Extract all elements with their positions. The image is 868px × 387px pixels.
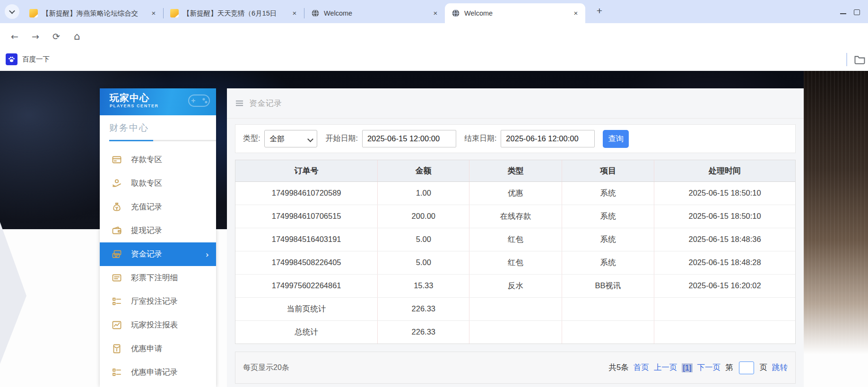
start-date-label: 开始日期: — [325, 134, 357, 144]
globe-favicon — [311, 9, 320, 17]
table-cell — [469, 297, 562, 320]
jump-prefix-label: 第 — [725, 362, 733, 373]
forum-favicon — [29, 9, 38, 17]
table-row: 174997560226486115.33反水BB视讯2025-06-15 16… — [235, 274, 795, 297]
table-row: 17499845164031915.00红包系统2025-06-15 18:48… — [235, 228, 795, 251]
background-triangle-shape — [0, 222, 26, 364]
table-cell: 1.00 — [378, 181, 469, 205]
type-select[interactable]: 全部 — [264, 130, 317, 147]
maximize-button[interactable] — [854, 8, 868, 16]
browser-tab-1[interactable]: 【新提醒】海燕策略论坛综合交× — [23, 3, 163, 23]
table-cell: 15.33 — [378, 274, 469, 297]
table-cell: 系统 — [562, 205, 654, 228]
wallet-icon — [112, 225, 122, 236]
table-cell: 红包 — [469, 251, 562, 274]
table-cell: 1749984508226405 — [235, 251, 378, 274]
hall-list-icon — [112, 367, 122, 378]
total-count-text: 共5条 — [608, 362, 628, 373]
current-page-indicator: [1] — [682, 363, 692, 372]
home-button[interactable]: ⌂ — [70, 29, 84, 43]
type-label: 类型: — [243, 134, 260, 144]
table-cell: 2025-06-15 18:48:36 — [654, 228, 795, 251]
page-title: 资金记录 — [249, 98, 282, 109]
tab-title: 【新提醒】海燕策略论坛综合交 — [42, 9, 145, 18]
sidebar-item-10[interactable]: 优惠申请记录 — [100, 361, 216, 384]
start-date-input[interactable] — [362, 130, 456, 147]
type-select-wrap: 全部 — [264, 130, 317, 147]
content-header: 资金记录 — [227, 88, 804, 119]
sidebar-item-label: 玩家投注报表 — [131, 320, 178, 330]
browser-tab-4[interactable]: Welcome× — [445, 3, 585, 23]
jump-page-input[interactable] — [739, 361, 754, 374]
sidebar-item-label: 厅室投注记录 — [131, 296, 178, 307]
table-cell: BB视讯 — [562, 274, 654, 297]
sidebar-item-5[interactable]: 资金记录› — [100, 242, 216, 266]
globe-favicon — [451, 9, 460, 17]
tabs-container: 【新提醒】海燕策略论坛综合交×【新提醒】天天竞猜（6月15日×Welcome×W… — [23, 3, 585, 23]
table-cell: 当前页统计 — [235, 297, 378, 320]
sidebar-item-8[interactable]: 玩家投注报表 — [100, 313, 216, 337]
table-cell — [654, 297, 795, 320]
next-page-link[interactable]: 下一页 — [697, 362, 721, 373]
table-cell: 1749984610720589 — [235, 181, 378, 205]
forward-button[interactable]: → — [28, 29, 43, 43]
table-row: 1749984610706515200.00在线存款系统2025-06-15 1… — [235, 205, 795, 228]
table-cell: 红包 — [469, 228, 562, 251]
withdraw-hand-icon — [112, 178, 122, 189]
table-header-cell: 金额 — [378, 160, 469, 181]
table-cell — [562, 297, 654, 320]
table-cell: 在线存款 — [469, 205, 562, 228]
table-cell: 1749984610706515 — [235, 205, 378, 228]
back-button[interactable]: ← — [8, 29, 22, 43]
sidebar-item-4[interactable]: 提现记录 — [100, 219, 216, 242]
minimize-button[interactable] — [832, 8, 854, 16]
table-cell: 5.00 — [378, 228, 469, 251]
sidebar-item-7[interactable]: 厅室投注记录 — [100, 290, 216, 313]
end-date-input[interactable] — [501, 130, 595, 147]
minimize-icon — [840, 13, 846, 14]
new-tab-button[interactable]: + — [593, 5, 606, 17]
table-header-cell: 项目 — [562, 160, 654, 181]
main-content: 资金记录 类型: 全部 开始日期: 结束日期: 查询 订单号金额类型项目处理时间… — [227, 88, 804, 387]
sidebar-section-title: 财务中心 — [109, 122, 216, 140]
table-cell: 总统计 — [235, 320, 378, 344]
tab-close-icon[interactable]: × — [571, 9, 581, 18]
browser-tab-2[interactable]: 【新提醒】天天竞猜（6月15日× — [164, 3, 304, 23]
sidebar-item-2[interactable]: 取款专区 — [100, 172, 216, 195]
table-cell: 5.00 — [378, 251, 469, 274]
refresh-button[interactable]: ⟳ — [49, 29, 63, 43]
tab-search-button[interactable] — [5, 4, 19, 19]
sidebar-item-1[interactable]: 存款专区 — [100, 148, 216, 172]
section-underline — [109, 140, 216, 141]
table-header-cell: 处理时间 — [654, 160, 795, 181]
table-row: 17499846107205891.00优惠系统2025-06-15 18:50… — [235, 181, 795, 205]
tab-close-icon[interactable]: × — [290, 9, 299, 18]
other-bookmarks-folder-icon[interactable] — [854, 54, 866, 66]
query-button[interactable]: 查询 — [603, 130, 629, 148]
tab-close-icon[interactable]: × — [149, 9, 158, 18]
sidebar-item-3[interactable]: 充值记录 — [100, 195, 216, 219]
table-cell: 2025-06-15 18:48:28 — [654, 251, 795, 274]
sidebar-item-label: 充值记录 — [131, 202, 162, 212]
funds-table-wrap: 订单号金额类型项目处理时间 17499846107205891.00优惠系统20… — [235, 160, 796, 344]
sidebar-item-6[interactable]: 彩票下注明细 — [100, 266, 216, 290]
bookmark-baidu[interactable]: 百度一下 — [6, 53, 50, 65]
chevron-down-icon — [9, 8, 15, 14]
table-cell: 系统 — [562, 251, 654, 274]
deposit-card-icon — [112, 155, 122, 165]
browser-tab-3[interactable]: Welcome× — [304, 3, 445, 23]
jump-button[interactable]: 跳转 — [772, 362, 788, 373]
table-cell: 200.00 — [378, 205, 469, 228]
sidebar-item-label: 优惠申请记录 — [131, 367, 178, 378]
table-cell: 2025-06-15 16:20:02 — [654, 274, 795, 297]
tab-title: 【新提醒】天天竞猜（6月15日 — [183, 9, 286, 18]
baidu-paw-icon — [6, 53, 17, 65]
prev-page-link[interactable]: 上一页 — [654, 362, 677, 373]
table-cell: 2025-06-15 18:50:10 — [654, 181, 795, 205]
sidebar-item-9[interactable]: 优惠申请 — [100, 337, 216, 361]
tab-close-icon[interactable]: × — [431, 9, 440, 18]
table-header-row: 订单号金额类型项目处理时间 — [235, 160, 795, 181]
browser-toolbar: ← → ⟳ ⌂ js13.cc/hhcp/usercenter.html?ini… — [0, 23, 868, 49]
first-page-link[interactable]: 首页 — [634, 362, 649, 373]
table-cell: 1749975602264861 — [235, 274, 378, 297]
